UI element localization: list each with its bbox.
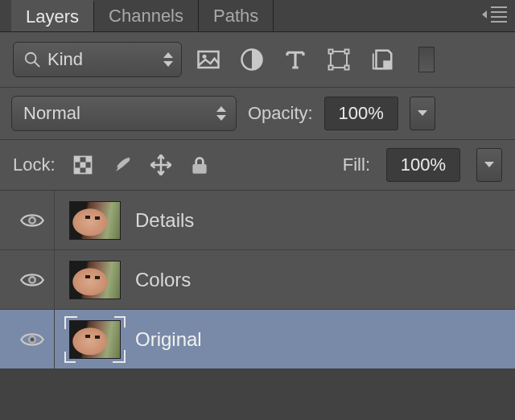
visibility-toggle[interactable] bbox=[10, 191, 55, 249]
opacity-value-field[interactable]: 100% bbox=[324, 97, 398, 130]
type-layer-filter-icon[interactable] bbox=[283, 47, 307, 72]
svg-rect-16 bbox=[85, 168, 91, 174]
svg-rect-6 bbox=[329, 50, 333, 54]
eye-icon bbox=[20, 212, 44, 229]
blend-mode-dropdown[interactable]: Normal bbox=[11, 96, 237, 131]
filter-type-icons bbox=[196, 47, 435, 72]
panel-tabbar: Layers Channels Paths bbox=[0, 0, 515, 32]
layer-list: Details Colors bbox=[0, 191, 515, 369]
layer-row[interactable]: Original bbox=[0, 310, 515, 369]
filter-kind-dropdown[interactable]: Kind bbox=[13, 42, 182, 77]
svg-rect-17 bbox=[192, 164, 206, 174]
smartobject-layer-filter-icon[interactable] bbox=[370, 47, 394, 72]
lock-label: Lock: bbox=[13, 154, 56, 175]
tab-paths[interactable]: Paths bbox=[199, 0, 274, 31]
lock-all-icon[interactable] bbox=[189, 154, 210, 176]
tab-channels[interactable]: Channels bbox=[94, 0, 199, 31]
fill-value-field[interactable]: 100% bbox=[386, 148, 460, 182]
lock-pixels-icon[interactable] bbox=[110, 154, 133, 176]
svg-point-19 bbox=[30, 218, 34, 222]
fill-label[interactable]: Fill: bbox=[343, 154, 370, 175]
layer-thumbnail[interactable] bbox=[66, 199, 124, 242]
shape-layer-filter-icon[interactable] bbox=[327, 47, 351, 72]
opacity-slider-button[interactable] bbox=[410, 97, 435, 130]
blend-mode-value: Normal bbox=[23, 103, 80, 124]
blend-options-row: Normal Opacity: 100% bbox=[0, 88, 515, 140]
layer-name-label[interactable]: Details bbox=[135, 209, 194, 232]
layer-name-label[interactable]: Original bbox=[135, 328, 202, 351]
svg-point-23 bbox=[30, 337, 34, 341]
svg-point-3 bbox=[203, 55, 207, 59]
layer-name-label[interactable]: Colors bbox=[135, 269, 191, 291]
lock-row: Lock: Fill: 100% bbox=[0, 140, 515, 191]
svg-rect-10 bbox=[383, 60, 390, 68]
svg-rect-8 bbox=[329, 66, 333, 70]
svg-rect-7 bbox=[345, 50, 349, 54]
svg-rect-13 bbox=[85, 157, 91, 163]
adjustment-layer-filter-icon[interactable] bbox=[240, 47, 264, 72]
visibility-toggle[interactable] bbox=[10, 250, 55, 309]
lock-position-icon[interactable] bbox=[149, 153, 173, 177]
filter-toggle-switch[interactable] bbox=[418, 47, 435, 72]
svg-rect-9 bbox=[345, 66, 349, 70]
svg-rect-14 bbox=[80, 163, 85, 168]
layer-row[interactable]: Details bbox=[0, 191, 515, 250]
visibility-toggle[interactable] bbox=[10, 310, 55, 369]
pixel-layer-filter-icon[interactable] bbox=[196, 47, 220, 72]
kind-label: Kind bbox=[47, 49, 83, 70]
layer-thumbnail[interactable] bbox=[66, 258, 124, 302]
svg-rect-15 bbox=[74, 168, 80, 174]
layer-row[interactable]: Colors bbox=[0, 250, 515, 310]
svg-point-0 bbox=[26, 53, 36, 64]
search-icon bbox=[23, 51, 41, 68]
svg-point-21 bbox=[30, 278, 34, 282]
eye-icon bbox=[20, 271, 44, 289]
svg-rect-12 bbox=[74, 157, 80, 163]
layer-filter-row: Kind bbox=[0, 32, 515, 88]
panel-menu-button[interactable] bbox=[484, 6, 507, 23]
lock-transparency-icon[interactable] bbox=[72, 154, 94, 176]
fill-slider-button[interactable] bbox=[476, 148, 502, 182]
tab-layers[interactable]: Layers bbox=[11, 0, 94, 31]
svg-line-1 bbox=[35, 62, 39, 67]
opacity-label[interactable]: Opacity: bbox=[248, 103, 313, 124]
layer-thumbnail[interactable] bbox=[66, 318, 124, 361]
eye-icon bbox=[20, 331, 44, 348]
